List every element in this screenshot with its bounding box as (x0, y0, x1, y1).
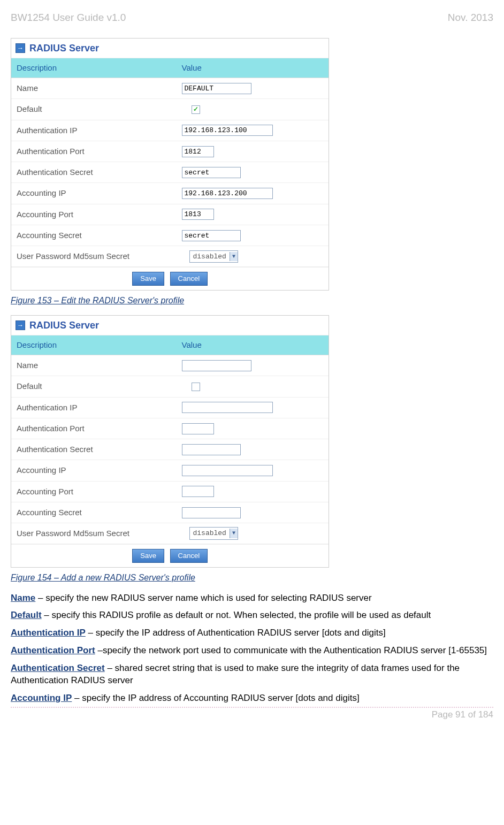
body-definitions: Name – specify the new RADIUS server nam… (11, 592, 493, 705)
column-header-value: Value (177, 335, 329, 355)
panel-title-bar: → RADIUS Server (11, 316, 329, 335)
term-auth-ip: Authentication IP (11, 628, 86, 638)
label-name: Name (11, 355, 177, 376)
md5-select-value: disabled (190, 251, 230, 263)
save-button[interactable]: Save (132, 272, 164, 286)
text-auth-port: –specify the network port used to commun… (95, 645, 487, 655)
name-input[interactable] (182, 83, 251, 94)
arrow-right-icon: → (16, 320, 25, 330)
row-default: Default (11, 376, 329, 397)
term-acct-ip: Accounting IP (11, 693, 72, 703)
chevron-down-icon: ▼ (230, 252, 238, 262)
label-acct-ip: Accounting IP (11, 460, 177, 480)
guide-date: Nov. 2013 (448, 11, 493, 25)
page-footer: Page 91 of 184 (11, 707, 493, 721)
default-checkbox[interactable] (192, 383, 200, 391)
term-auth-port: Authentication Port (11, 645, 95, 655)
row-acct-port: Accounting Port (11, 482, 329, 502)
guide-title: BW1254 User Guide v1.0 (11, 11, 126, 25)
row-name: Name (11, 78, 329, 99)
column-header-row: Description Value (11, 335, 329, 355)
label-acct-port: Accounting Port (11, 204, 177, 225)
button-row: Save Cancel (11, 544, 329, 567)
def-name: Name – specify the new RADIUS server nam… (11, 592, 493, 605)
auth-port-input[interactable] (182, 423, 214, 434)
row-auth-ip: Authentication IP (11, 120, 329, 141)
row-auth-port: Authentication Port (11, 141, 329, 162)
row-acct-secret: Accounting Secret (11, 225, 329, 246)
label-auth-ip: Authentication IP (11, 398, 177, 418)
def-auth-secret: Authentication Secret – shared secret st… (11, 662, 493, 687)
figure-153-caption: Figure 153 – Edit the RADIUS Server's pr… (11, 295, 493, 307)
cancel-button[interactable]: Cancel (170, 272, 208, 286)
row-md5: User Password Md5sum Secret disabled ▼ (11, 246, 329, 267)
md5-select[interactable]: disabled ▼ (189, 250, 238, 263)
panel-title-text: RADIUS Server (29, 319, 99, 332)
term-auth-secret: Authentication Secret (11, 663, 105, 673)
def-default: Default – specify this RADIUS profile as… (11, 609, 493, 622)
acct-secret-input[interactable] (182, 230, 241, 241)
figure-154-caption: Figure 154 – Add a new RADIUS Server's p… (11, 572, 493, 584)
term-default: Default (11, 610, 42, 620)
md5-select[interactable]: disabled ▼ (189, 527, 238, 540)
save-button[interactable]: Save (132, 549, 164, 563)
def-acct-ip: Accounting IP – specify the IP address o… (11, 692, 493, 705)
panel-title-text: RADIUS Server (29, 42, 99, 55)
label-auth-port: Authentication Port (11, 418, 177, 439)
row-acct-ip: Accounting IP (11, 183, 329, 204)
row-acct-ip: Accounting IP (11, 460, 329, 481)
row-auth-secret: Authentication Secret (11, 439, 329, 460)
chevron-down-icon: ▼ (230, 529, 238, 538)
row-auth-port: Authentication Port (11, 418, 329, 439)
label-md5: User Password Md5sum Secret (11, 246, 177, 266)
label-auth-ip: Authentication IP (11, 120, 177, 141)
column-header-row: Description Value (11, 58, 329, 78)
label-acct-secret: Accounting Secret (11, 225, 177, 246)
name-input[interactable] (182, 360, 251, 371)
radius-server-edit-panel: → RADIUS Server Description Value Name D… (11, 38, 329, 291)
default-checkbox[interactable]: ✓ (192, 105, 200, 114)
acct-port-input[interactable] (182, 209, 214, 220)
label-acct-secret: Accounting Secret (11, 502, 177, 523)
label-default: Default (11, 376, 177, 396)
button-row: Save Cancel (11, 267, 329, 290)
label-md5: User Password Md5sum Secret (11, 523, 177, 544)
acct-ip-input[interactable] (182, 188, 273, 199)
label-name: Name (11, 78, 177, 98)
label-auth-secret: Authentication Secret (11, 162, 177, 182)
radius-server-add-panel: → RADIUS Server Description Value Name D… (11, 315, 329, 568)
acct-secret-input[interactable] (182, 507, 241, 518)
auth-secret-input[interactable] (182, 167, 241, 178)
page-header: BW1254 User Guide v1.0 Nov. 2013 (11, 11, 493, 25)
page-number: Page 91 of 184 (432, 709, 493, 720)
row-default: Default ✓ (11, 99, 329, 120)
row-auth-secret: Authentication Secret (11, 162, 329, 183)
auth-port-input[interactable] (182, 146, 214, 157)
text-default: – specify this RADIUS profile as default… (42, 610, 431, 620)
acct-ip-input[interactable] (182, 465, 273, 476)
auth-ip-input[interactable] (182, 402, 273, 413)
auth-ip-input[interactable] (182, 125, 273, 136)
auth-secret-input[interactable] (182, 444, 241, 455)
label-default: Default (11, 99, 177, 119)
panel-title-bar: → RADIUS Server (11, 39, 329, 58)
label-auth-secret: Authentication Secret (11, 439, 177, 460)
label-acct-ip: Accounting IP (11, 183, 177, 203)
def-auth-ip: Authentication IP – specify the IP addre… (11, 627, 493, 639)
text-name: – specify the new RADIUS server name whi… (35, 593, 371, 603)
def-auth-port: Authentication Port –specify the network… (11, 645, 493, 657)
arrow-right-icon: → (16, 43, 25, 53)
row-acct-port: Accounting Port (11, 204, 329, 225)
row-md5: User Password Md5sum Secret disabled ▼ (11, 523, 329, 544)
term-name: Name (11, 593, 35, 603)
label-auth-port: Authentication Port (11, 141, 177, 162)
acct-port-input[interactable] (182, 486, 214, 497)
label-acct-port: Accounting Port (11, 482, 177, 502)
column-header-description: Description (11, 335, 177, 355)
cancel-button[interactable]: Cancel (170, 549, 208, 563)
row-auth-ip: Authentication IP (11, 398, 329, 418)
text-auth-ip: – specify the IP address of Authenticati… (86, 628, 386, 638)
column-header-description: Description (11, 58, 177, 78)
row-name: Name (11, 355, 329, 376)
md5-select-value: disabled (190, 528, 230, 539)
